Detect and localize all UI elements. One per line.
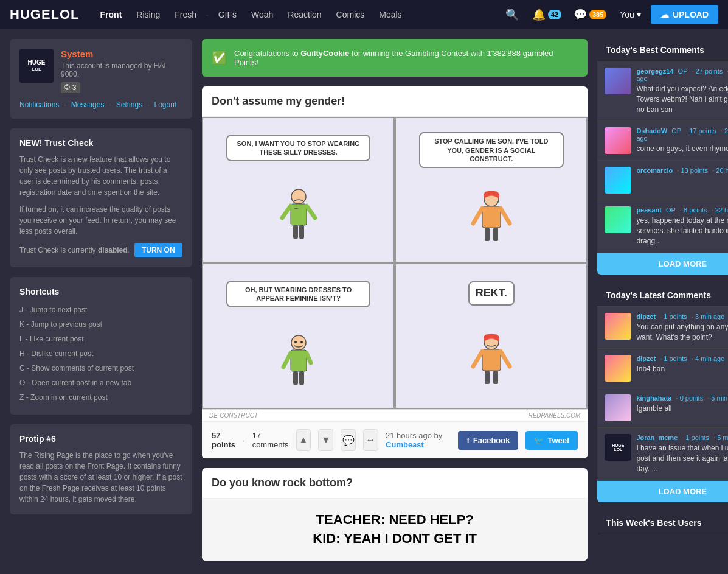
messages-badge: 385 [589, 10, 606, 19]
shortcut-c: C - Show comments of current post [19, 361, 182, 376]
link-sep-1: · [64, 100, 66, 109]
shortcut-j: J - Jump to next post [19, 303, 182, 317]
latest-comments-load-more[interactable]: LOAD MORE [597, 481, 728, 502]
nav-link-woah[interactable]: Woah [245, 6, 279, 23]
svg-rect-14 [291, 350, 307, 371]
messages-link[interactable]: Messages [71, 100, 105, 109]
congrats-user-link[interactable]: GuiltyCookie [300, 49, 349, 58]
comic-footer: DE-CONSTRUCT REDPANELS.COM [202, 409, 588, 421]
post1-time: 21 hours ago by Cumbeast [386, 431, 451, 449]
upload-button[interactable]: ☁ UPLOAD [651, 5, 718, 24]
comment-user-1: georgegz14 [636, 68, 673, 75]
share-button[interactable]: ↔ [363, 429, 378, 451]
best-comments-load-more[interactable]: LOAD MORE [597, 253, 728, 275]
comment-body-4: peasant OP · 8 points · 22 hours ago yes… [636, 206, 728, 246]
congrats-banner: ✅ Congratulations to GuiltyCookie for wi… [202, 39, 588, 77]
post1-comments: 17 comments [252, 431, 289, 449]
notifications-link[interactable]: Notifications [19, 100, 59, 109]
best-comment-4: peasant OP · 8 points · 22 hours ago yes… [597, 200, 728, 253]
nav-link-meals[interactable]: Meals [373, 6, 407, 23]
notifications-button[interactable]: 🔔 42 [529, 5, 565, 24]
protip-card: Protip #6 The Rising Page is the place t… [10, 424, 192, 514]
latest-avatar-4: HUGELOL [605, 434, 631, 461]
best-comment-2: DshadoW OP · 17 points · 20 hours ago co… [597, 121, 728, 161]
panel2-char [467, 187, 516, 248]
svg-line-3 [307, 206, 315, 218]
panel1-bubble: SON, I WANT YOU TO STOP WEARING THESE SI… [226, 135, 371, 162]
post1-points: 57 points [212, 431, 235, 449]
comment-avatar-1 [605, 68, 631, 94]
op-badge-4: OP [666, 206, 676, 214]
messages-button[interactable]: 💬 385 [570, 5, 610, 24]
latest-avatar-logo: HUGELOL [612, 443, 624, 452]
trust-turn-on-button[interactable]: TURN ON [134, 243, 182, 257]
twitter-share-button[interactable]: 🐦 Tweet [525, 431, 578, 450]
nav-link-front[interactable]: Front [94, 6, 128, 23]
comic-panel-3: OH, BUT WEARING DRESSES TO APPEAR FEMINI… [202, 263, 395, 409]
nav-link-reaction[interactable]: Reaction [282, 6, 327, 23]
post1-image: SON, I WANT YOU TO STOP WEARING THESE SI… [202, 117, 588, 409]
chevron-down-icon: ▾ [637, 10, 641, 19]
svg-rect-5 [299, 225, 304, 239]
panel4-char [467, 330, 516, 391]
svg-rect-11 [485, 228, 490, 241]
center-content: ✅ Congratulations to GuiltyCookie for wi… [202, 39, 588, 564]
comment-meta-2: DshadoW OP · 17 points · 20 hours ago [636, 127, 728, 142]
svg-rect-22 [482, 349, 501, 371]
latest-user-3: kinghahata [636, 394, 671, 402]
creative-commons: © 3 [61, 82, 80, 93]
search-button[interactable]: 🔍 [501, 5, 524, 24]
svg-line-24 [501, 351, 510, 366]
avatar: HUGELOL [19, 49, 54, 83]
best-users-section: This Week's Best Users All time [597, 512, 728, 534]
logout-link[interactable]: Logout [154, 100, 176, 109]
comment-text-1: What did you expect? An edgy Twin Towers… [636, 84, 728, 114]
protip-title: Protip #6 [19, 434, 182, 444]
nav-links: Front Rising Fresh · GIFs Woah Reaction … [94, 6, 408, 23]
comment-avatar-2 [605, 127, 631, 154]
trust-check-desc2: If turned on, it can increase the qualit… [19, 204, 182, 237]
nav-link-fresh[interactable]: Fresh [168, 6, 203, 23]
top-navigation: HUGELOL Front Rising Fresh · GIFs Woah R… [0, 0, 728, 29]
right-sidebar: Today's Best Comments georgegz14 OP · 27… [597, 39, 728, 564]
trust-status: Trust Check is currently disabled. TURN … [19, 243, 182, 257]
latest-avatar-3 [605, 394, 631, 421]
checkmark-icon: ✅ [212, 51, 227, 65]
nav-link-comics[interactable]: Comics [330, 6, 371, 23]
comic-panel-4: REKT. [395, 263, 588, 409]
best-users-title: This Week's Best Users [606, 518, 701, 528]
latest-comment-2: dipzet · 1 points · 4 min ago Inb4 ban [597, 349, 728, 388]
comment-meta-3: orcomarcio · 13 points · 20 hours ago [636, 167, 728, 174]
upvote-button[interactable]: ▲ [296, 429, 311, 451]
svg-line-2 [282, 206, 291, 218]
comment-body-2: DshadoW OP · 17 points · 20 hours ago co… [636, 127, 728, 154]
shortcut-o: O - Open current post in a new tab [19, 376, 182, 390]
latest-comments-header: Today's Latest Comments [597, 284, 728, 307]
shortcut-k: K - Jump to previous post [19, 317, 182, 332]
comic-panel-1: SON, I WANT YOU TO STOP WEARING THESE SI… [202, 117, 395, 263]
post1-footer: 57 points · 17 comments ▲ ▼ 💬 ↔ 21 hours… [202, 421, 588, 458]
shortcuts-card: Shortcuts J - Jump to next post K - Jump… [10, 277, 192, 415]
nav-link-gifs[interactable]: GIFs [212, 6, 243, 23]
settings-link[interactable]: Settings [116, 100, 142, 109]
user-menu-button[interactable]: You ▾ [615, 7, 646, 22]
comment-meta-4: peasant OP · 8 points · 22 hours ago [636, 206, 728, 214]
nav-link-rising[interactable]: Rising [130, 6, 166, 23]
facebook-share-button[interactable]: f Facebook [458, 431, 518, 450]
bell-icon: 🔔 [532, 8, 546, 21]
latest-body-2: dipzet · 1 points · 4 min ago Inb4 ban [636, 355, 728, 382]
cc-icon: © [64, 83, 70, 92]
comment-text-4: yes, happened today at the memorial serv… [636, 215, 728, 246]
panel3-bubble: OH, BUT WEARING DRESSES TO APPEAR FEMINI… [226, 281, 371, 308]
svg-point-20 [300, 341, 303, 343]
latest-text-1: You can put anything on anything you wan… [636, 322, 728, 343]
svg-point-19 [294, 341, 297, 343]
trust-check-card: NEW! Trust Check Trust Check is a new fe… [10, 128, 192, 267]
comment-button[interactable]: 💬 [341, 429, 356, 451]
post1-author-link[interactable]: Cumbeast [386, 440, 424, 449]
profile-links: Notifications · Messages · Settings · Lo… [19, 100, 182, 109]
svg-rect-12 [493, 228, 498, 241]
op-badge-1: OP [678, 68, 688, 75]
best-users-header: This Week's Best Users All time [597, 512, 728, 534]
downvote-button[interactable]: ▼ [318, 429, 333, 451]
